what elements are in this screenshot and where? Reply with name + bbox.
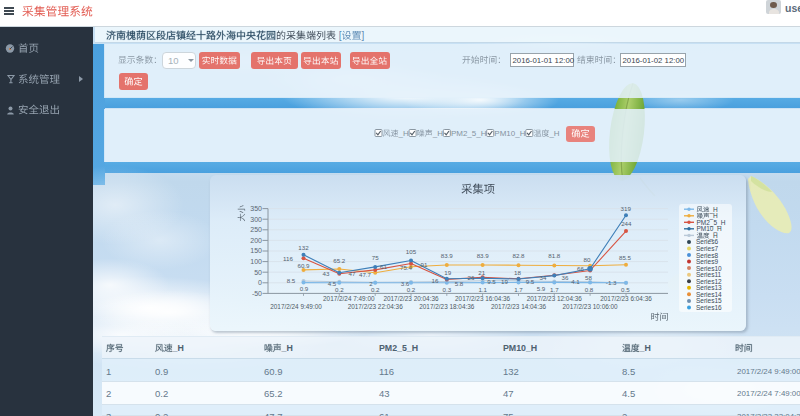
svg-text:0.2: 0.2 — [371, 286, 380, 293]
svg-text:0: 0 — [258, 279, 262, 286]
svg-text:Series16: Series16 — [696, 304, 722, 311]
svg-text:47: 47 — [349, 270, 356, 277]
svg-text:47.7: 47.7 — [359, 271, 372, 278]
svg-text:0.2: 0.2 — [335, 286, 344, 293]
svg-text:200: 200 — [250, 237, 262, 244]
svg-text:16: 16 — [432, 277, 439, 284]
svg-text:19: 19 — [444, 269, 451, 276]
svg-text:2017/2/23 16:04:36: 2017/2/23 16:04:36 — [455, 295, 511, 302]
svg-text:26: 26 — [468, 274, 475, 281]
svg-text:2017/2/23 18:04:36: 2017/2/23 18:04:36 — [419, 303, 475, 310]
svg-text:2017/2/23 12:04:36: 2017/2/23 12:04:36 — [527, 295, 583, 302]
svg-text:1.7: 1.7 — [514, 286, 523, 293]
svg-text:116: 116 — [283, 255, 293, 262]
svg-text:83.9: 83.9 — [441, 252, 454, 259]
svg-text:0.2: 0.2 — [407, 286, 416, 293]
svg-text:0.8: 0.8 — [585, 286, 594, 293]
svg-text:21: 21 — [478, 269, 485, 276]
svg-text:60.9: 60.9 — [297, 262, 310, 269]
svg-text:2017/2/23 14:04:36: 2017/2/23 14:04:36 — [491, 303, 547, 310]
svg-text:91: 91 — [421, 261, 428, 268]
svg-text:4.1: 4.1 — [571, 278, 580, 285]
svg-text:244: 244 — [621, 220, 632, 227]
svg-text:34: 34 — [540, 274, 547, 281]
svg-text:75: 75 — [372, 254, 379, 261]
svg-text:2017/2/24 7:49:00: 2017/2/24 7:49:00 — [323, 295, 375, 302]
svg-text:150: 150 — [250, 247, 262, 254]
svg-text:0.9: 0.9 — [300, 285, 309, 292]
svg-text:1.7: 1.7 — [550, 286, 559, 293]
svg-text:5.8: 5.8 — [455, 280, 464, 287]
svg-text:2017/2/23 22:04:36: 2017/2/23 22:04:36 — [348, 303, 404, 310]
svg-text:250: 250 — [250, 226, 262, 233]
svg-text:2017/2/24 9:49:00: 2017/2/24 9:49:00 — [270, 303, 322, 310]
svg-text:350: 350 — [250, 205, 262, 212]
svg-text:300: 300 — [250, 216, 262, 223]
svg-text:75.4: 75.4 — [400, 264, 413, 271]
svg-text:43: 43 — [323, 270, 330, 277]
svg-text:80: 80 — [584, 256, 591, 263]
svg-text:2017/2/23 10:06:00: 2017/2/23 10:06:00 — [563, 303, 619, 310]
svg-text:319: 319 — [621, 205, 632, 212]
svg-text:36: 36 — [562, 274, 569, 281]
svg-text:0.5: 0.5 — [621, 286, 630, 293]
svg-text:105: 105 — [406, 248, 417, 255]
svg-text:82.8: 82.8 — [512, 252, 525, 259]
svg-text:81.8: 81.8 — [548, 252, 561, 259]
svg-text:50: 50 — [254, 269, 262, 276]
svg-text:2017/2/23 20:04:36: 2017/2/23 20:04:36 — [383, 295, 439, 302]
svg-text:132: 132 — [298, 244, 309, 251]
svg-text:1.1: 1.1 — [478, 286, 487, 293]
svg-text:100: 100 — [250, 258, 262, 265]
svg-text:5.9: 5.9 — [537, 285, 546, 292]
svg-text:9.5: 9.5 — [487, 278, 496, 285]
svg-text:9.5: 9.5 — [526, 278, 535, 285]
svg-text:65.2: 65.2 — [333, 257, 346, 264]
svg-text:58: 58 — [585, 274, 592, 281]
svg-text:-50: -50 — [252, 290, 262, 297]
svg-text:8.5: 8.5 — [287, 277, 296, 284]
svg-text:83.9: 83.9 — [477, 252, 490, 259]
svg-text:18: 18 — [514, 269, 521, 276]
svg-text:85.5: 85.5 — [619, 254, 632, 261]
svg-text:66: 66 — [577, 265, 584, 272]
svg-text:-1.3: -1.3 — [606, 279, 617, 286]
svg-text:61: 61 — [380, 263, 387, 270]
svg-text:2017/2/23 6:04:36: 2017/2/23 6:04:36 — [600, 295, 652, 302]
svg-text:19: 19 — [501, 278, 508, 285]
svg-text:0.3: 0.3 — [442, 286, 451, 293]
